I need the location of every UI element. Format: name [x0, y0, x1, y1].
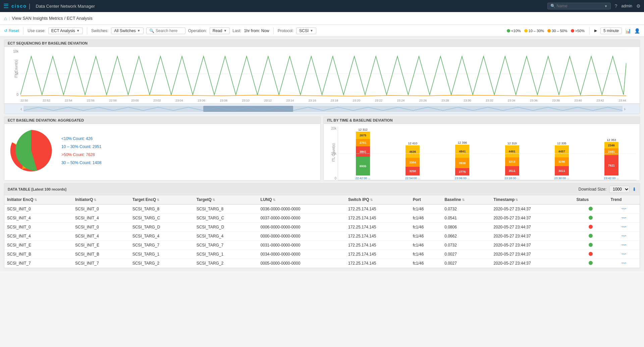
bar-label-3[interactable]: 23:06:00 ...	[455, 177, 470, 180]
search-dropdown-icon[interactable]: ▼	[604, 4, 608, 8]
usecase-dropdown[interactable]: ECT Analysis ▼	[48, 27, 83, 34]
trend-icon[interactable]: 〰	[622, 215, 626, 221]
scroll-left-arrow[interactable]: ‹	[20, 106, 22, 112]
bar-group-4: 12 319 4461 3213 3511 23:18:00 ...	[504, 142, 520, 180]
reset-icon: ↺	[4, 28, 7, 33]
col-status[interactable]: Status	[574, 195, 608, 204]
bar-label-6[interactable]: 23:42:00 ...	[604, 177, 619, 180]
table-scroll-container[interactable]: Initiator EncQ⇅ InitiatorQ⇅ Target EncQ⇅…	[4, 195, 640, 268]
cell-trend[interactable]: 〰	[608, 232, 640, 241]
search-input[interactable]	[557, 4, 604, 8]
itl-time-panel: ITL BY TIME & BASELINE DEVIATION 20k 10k…	[323, 117, 640, 181]
operation-dropdown[interactable]: Read ▼	[210, 27, 230, 34]
bar-group-1: 12 312 2675 2761 3841 6935 22:42:00 ...	[356, 128, 371, 180]
user-icon[interactable]: 👤	[634, 28, 640, 33]
col-target[interactable]: TargetQ⇅	[194, 195, 258, 204]
trend-icon[interactable]: 〰	[622, 242, 626, 248]
cell-target: SCSI_TARG_8	[194, 204, 258, 214]
col-lun[interactable]: LUNQ⇅	[258, 195, 345, 204]
bar-stack-4[interactable]: 4461 3213 3511	[505, 145, 519, 176]
orange-line	[20, 95, 626, 96]
trend-icon[interactable]: 〰	[622, 252, 626, 257]
download-size-select[interactable]: 1000 500 100	[609, 186, 630, 193]
search-box[interactable]: 🔍 ▼	[547, 3, 611, 9]
col-switch-ip[interactable]: Switch IPQ⇅	[345, 195, 410, 204]
bar-stack-3[interactable]: 4841 3936 2775	[455, 145, 469, 176]
col-timestamp[interactable]: Timestamp⇅	[491, 195, 574, 204]
ect-baseline-title: ECT BASELINE DEVIATION: AGGREGATED	[4, 117, 320, 124]
col-targ-enc[interactable]: Target EncQ⇅	[130, 195, 194, 204]
bar-label-5[interactable]: 23:30:00 ...	[554, 177, 569, 180]
hamburger-icon[interactable]: ☰	[3, 2, 9, 10]
cell-baseline: 0.0027	[442, 250, 491, 259]
mini-chart-scroll: ‹ ›	[4, 103, 640, 114]
legend-lt10-link[interactable]: <10% Count: 426	[61, 136, 93, 141]
download-icon[interactable]: ⬇	[632, 187, 636, 192]
status-dot	[589, 225, 593, 229]
table-row: SCSI_INIT_E SCSI_INIT_E SCSI_TARG_7 SCSI…	[4, 241, 640, 250]
switches-dropdown[interactable]: All Switches ▼	[111, 27, 144, 34]
protocol-dropdown[interactable]: SCSI ▼	[296, 27, 316, 34]
itl-y-label: ITL Count(s)	[332, 143, 335, 162]
last-label: Last:	[232, 28, 241, 33]
cell-targ-enc: SCSI_TARG_C	[130, 214, 194, 223]
reset-button[interactable]: ↺ Reset	[4, 28, 19, 33]
cell-targ-enc: SCSI_TARG_4	[130, 232, 194, 241]
table-row: SCSI_INIT_B SCSI_INIT_B SCSI_TARG_1 SCSI…	[4, 250, 640, 259]
legend-10-30-link[interactable]: 10 – 30% Count: 2951	[61, 144, 101, 149]
cell-trend[interactable]: 〰	[608, 250, 640, 259]
cell-trend[interactable]: 〰	[608, 214, 640, 223]
cell-switch-ip: 172.25.174.145	[345, 204, 410, 214]
bar-label-2[interactable]: 22:54:00 ...	[405, 177, 420, 180]
toolbar: ↺ Reset Use case: ECT Analysis ▼ Switche…	[0, 25, 644, 37]
legend-gt50-item[interactable]: >50% Count: 7628	[61, 152, 101, 157]
legend-30-50-item[interactable]: 30 – 50% Count: 1408	[61, 160, 101, 165]
cell-trend[interactable]: 〰	[608, 241, 640, 250]
usecase-arrow: ▼	[76, 29, 80, 32]
legend-30-50-link[interactable]: 30 – 50% Count: 1408	[61, 160, 101, 165]
chart-type-icon[interactable]: 📊	[625, 28, 631, 33]
cell-trend[interactable]: 〰	[608, 223, 640, 232]
bar-label-1[interactable]: 22:42:00 ...	[356, 177, 371, 180]
legend-dot-red	[571, 29, 574, 32]
legend-10-30-item[interactable]: 10 – 30% Count: 2951	[61, 144, 101, 149]
cell-trend[interactable]: 〰	[608, 259, 640, 268]
trend-icon[interactable]: 〰	[622, 224, 626, 230]
col-init-enc[interactable]: Initiator EncQ⇅	[4, 195, 72, 204]
settings-icon[interactable]: ⚙	[636, 3, 641, 9]
help-icon[interactable]: ?	[615, 3, 618, 9]
search-here-input[interactable]	[156, 28, 182, 33]
scroll-right-arrow[interactable]: ›	[624, 106, 626, 112]
home-icon[interactable]: ⌂	[4, 16, 7, 21]
cell-targ-enc: SCSI_TARG_7	[130, 241, 194, 250]
cell-baseline: 0.0541	[442, 214, 491, 223]
bar-stack-6[interactable]: 2346 2461 7621	[604, 142, 619, 176]
bar-stack-1[interactable]: 2675 2761 3841 6935	[356, 132, 370, 176]
time-interval-select[interactable]: 5 minute	[600, 27, 622, 34]
cell-initiator: SCSI_INIT_4	[72, 214, 130, 223]
bar-stack-5[interactable]: 4457 3286 3411	[555, 145, 569, 176]
trend-icon[interactable]: 〰	[622, 233, 626, 239]
bar-label-4[interactable]: 23:18:00 ...	[504, 177, 520, 180]
cell-initiator: SCSI_INIT_0	[72, 204, 130, 214]
col-baseline[interactable]: Baseline⇅	[442, 195, 491, 204]
trend-icon[interactable]: 〰	[622, 261, 626, 266]
scroll-bar[interactable]	[23, 106, 623, 112]
col-initiator[interactable]: InitiatorQ⇅	[72, 195, 130, 204]
cell-timestamp: 2020-05-27 23:44:37	[491, 241, 574, 250]
legend-dot-yellow	[524, 29, 528, 32]
col-trend[interactable]: Trend	[608, 195, 640, 204]
cell-init-enc: SCSI_INIT_7	[4, 259, 72, 268]
protocol-label: Protocol:	[278, 28, 293, 33]
last-value: 1hr from: Now	[244, 28, 269, 33]
cisco-logo: cisco	[11, 3, 27, 9]
bar-stack-2[interactable]: 4636 3384 3250	[406, 145, 420, 176]
legend-gt50-link[interactable]: >50% Count: 7628	[61, 152, 95, 157]
col-port[interactable]: Port	[410, 195, 442, 204]
play-icon[interactable]: ▶	[594, 28, 597, 33]
cell-init-enc: SCSI_INIT_E	[4, 241, 72, 250]
cell-trend[interactable]: 〰	[608, 204, 640, 214]
legend-lt10-item[interactable]: <10% Count: 426	[61, 136, 101, 141]
search-field[interactable]: 🔍	[146, 27, 185, 34]
trend-icon[interactable]: 〰	[622, 206, 626, 212]
